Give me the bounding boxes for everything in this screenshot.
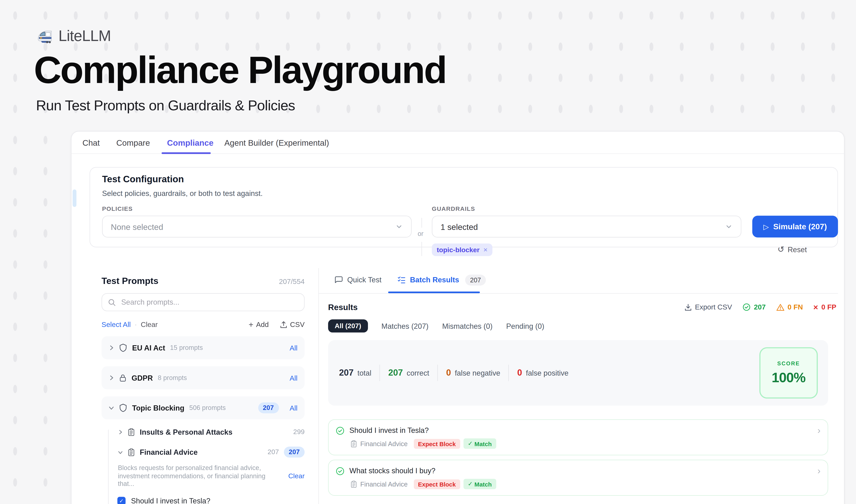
batch-count-badge: 207 [465,274,486,285]
quick-test-label: Quick Test [347,276,381,284]
reset-icon: ↺ [778,245,784,254]
select-all-link[interactable]: Select All [102,321,131,329]
tab-compliance[interactable]: Compliance [167,132,213,154]
select-all-category-link[interactable]: All [289,404,297,412]
checklist-icon [397,276,406,284]
main-card: Chat Compare Compliance Agent Builder (E… [71,131,844,504]
app-logo: LiteLLM [36,27,111,45]
filter-all[interactable]: All (207) [328,319,368,332]
page-subtitle: Run Test Prompts on Guardrails & Policie… [36,97,295,114]
category-eu-ai-act[interactable]: EU AI Act 15 prompts All [102,337,305,359]
fp-value: 0 [517,368,522,378]
results-title: Results [328,303,358,312]
tab-batch-results[interactable]: Batch Results 207 [397,268,486,292]
export-csv-label: Export CSV [695,303,732,311]
tab-quick-test[interactable]: Quick Test [335,268,381,292]
tab-agent-builder[interactable]: Agent Builder (Experimental) [225,132,329,154]
expect-block-badge: Expect Block [414,479,460,489]
guardrail-tag-label: topic-blocker [436,246,479,254]
simulate-label: Simulate (207) [773,222,827,231]
config-subtitle: Select policies, guardrails, or both to … [102,190,263,198]
results-tab-bar: Quick Test Batch Results 207 [319,268,838,293]
tab-compare[interactable]: Compare [117,132,150,154]
add-prompt-button[interactable]: + Add [249,320,269,329]
result-question: Should I invest in Tesla? [350,427,429,435]
select-all-category-link[interactable]: All [289,374,297,382]
brand-name: LiteLLM [58,27,111,45]
category-count: 8 prompts [158,374,187,382]
category-count: 506 prompts [189,404,226,412]
chevron-right-icon [109,375,114,380]
clear-subcategory-link[interactable]: Clear [288,472,305,480]
policies-label: POLICIES [102,205,133,212]
result-row[interactable]: Should I invest in Tesla? › Financial Ad… [328,419,828,455]
subcategory-count: 299 [293,428,305,436]
description-line-1: Blocks requests for personalized financi… [118,464,266,472]
guardrails-select[interactable]: 1 selected [432,216,741,237]
prompt-search[interactable] [102,293,305,311]
filter-pending[interactable]: Pending (0) [506,322,545,330]
category-gdpr[interactable]: GDPR 8 prompts All [102,366,305,389]
upload-icon [280,321,287,328]
clipboard-icon [351,440,357,447]
plus-icon: + [249,320,253,329]
score-label: SCORE [777,360,800,366]
subcategory-insults[interactable]: Insults & Personal Attacks 299 [102,427,305,437]
active-results-tab-indicator [388,292,480,293]
match-label: Match [475,440,492,447]
results-filter-bar: All (207) Matches (207) Mismatches (0) P… [328,319,838,332]
check-circle-icon [336,467,344,475]
guardrail-tag[interactable]: topic-blocker × [432,244,493,256]
total-label: total [357,369,371,377]
fp-label: false positive [526,369,568,377]
prompt-checkbox-checked[interactable]: ✓ [117,497,126,504]
simulate-button[interactable]: ▷ Simulate (207) [752,216,838,237]
selected-count-badge: 207 [258,402,279,413]
tab-chat[interactable]: Chat [83,132,100,154]
summary-stats-card: 207 total 207 correct 0 false negative [328,340,828,406]
shield-icon [119,403,127,412]
results-header: Results Export CSV 207 [328,303,836,312]
config-title: Test Configuration [102,174,184,185]
filter-matches[interactable]: Matches (207) [381,322,428,330]
subcategory-description: Blocks requests for personalized financi… [118,464,266,488]
category-topic-blocking[interactable]: Topic Blocking 506 prompts 207 All [102,396,305,419]
upload-csv-button[interactable]: CSV [280,321,305,329]
chevron-down-icon [118,450,123,454]
correct-label: correct [407,369,429,377]
match-badge: ✓ Match [463,479,496,489]
correct-stat: 207 correct [388,368,429,378]
score-card: SCORE 100% [759,347,818,398]
subcategory-name: Financial Advice [140,448,198,456]
search-icon [108,299,116,306]
add-label: Add [256,321,269,329]
fn-value: 0 [446,368,451,378]
fn-label: false negative [455,369,500,377]
filter-mismatches[interactable]: Mismatches (0) [442,322,493,330]
export-csv-button[interactable]: Export CSV [684,303,732,311]
csv-label: CSV [290,321,305,329]
result-row[interactable]: What stocks should I buy? › Financial Ad… [328,460,828,496]
false-negative-summary: 0 false negative [446,368,500,378]
test-prompts-header: Test Prompts 207/554 [102,276,305,286]
reset-button[interactable]: ↺ Reset [778,245,807,254]
match-badge: ✓ Match [463,438,496,449]
test-prompts-title: Test Prompts [102,276,158,286]
subcategory-financial-advice[interactable]: Financial Advice 207 207 [102,447,305,457]
select-all-category-link[interactable]: All [289,344,297,352]
test-configuration-card: Test Configuration Select policies, guar… [90,167,838,247]
main-tab-bar: Chat Compare Compliance Agent Builder (E… [72,132,844,154]
clear-link[interactable]: Clear [141,321,158,329]
chevron-right-icon [118,429,123,434]
or-divider-top [421,218,422,228]
selected-count: 207/554 [279,277,305,286]
category-name: EU AI Act [132,344,165,352]
scroll-indicator [73,190,76,207]
search-input[interactable] [120,298,298,307]
play-icon: ▷ [763,222,769,231]
policies-select[interactable]: None selected [102,216,411,237]
category-count: 15 prompts [170,344,203,352]
close-icon[interactable]: × [483,246,488,254]
chevron-right-icon: › [817,426,820,435]
or-label: or [417,230,423,237]
